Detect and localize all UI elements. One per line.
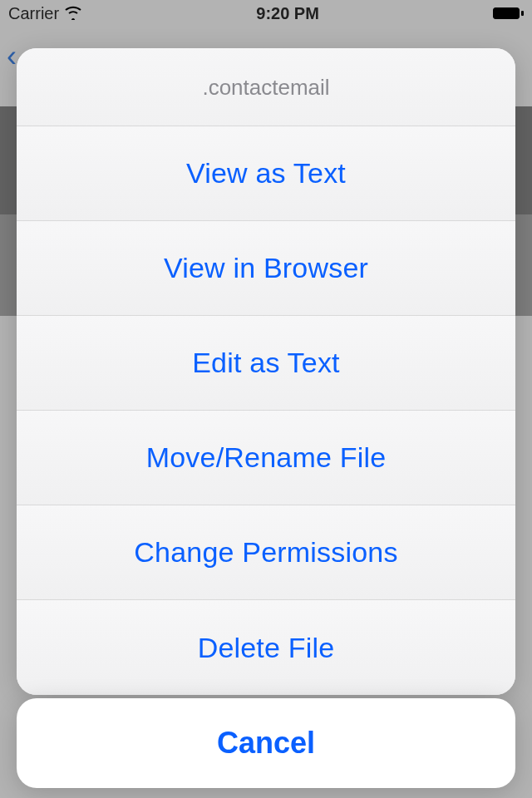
action-sheet: .contactemail View as Text View in Brows… [17,48,515,695]
wifi-icon [64,5,82,22]
action-view-as-text[interactable]: View as Text [17,126,515,221]
action-view-in-browser[interactable]: View in Browser [17,221,515,316]
action-change-permissions[interactable]: Change Permissions [17,505,515,600]
battery-icon [493,7,524,19]
cancel-button[interactable]: Cancel [17,698,515,788]
action-sheet-title: .contactemail [17,48,515,126]
status-bar: Carrier 9:20 PM [0,0,532,27]
clock-label: 9:20 PM [256,4,319,23]
action-edit-as-text[interactable]: Edit as Text [17,316,515,411]
action-move-rename-file[interactable]: Move/Rename File [17,411,515,505]
carrier-label: Carrier [8,4,59,23]
back-chevron-icon: ‹ [7,42,17,71]
action-delete-file[interactable]: Delete File [17,600,515,695]
